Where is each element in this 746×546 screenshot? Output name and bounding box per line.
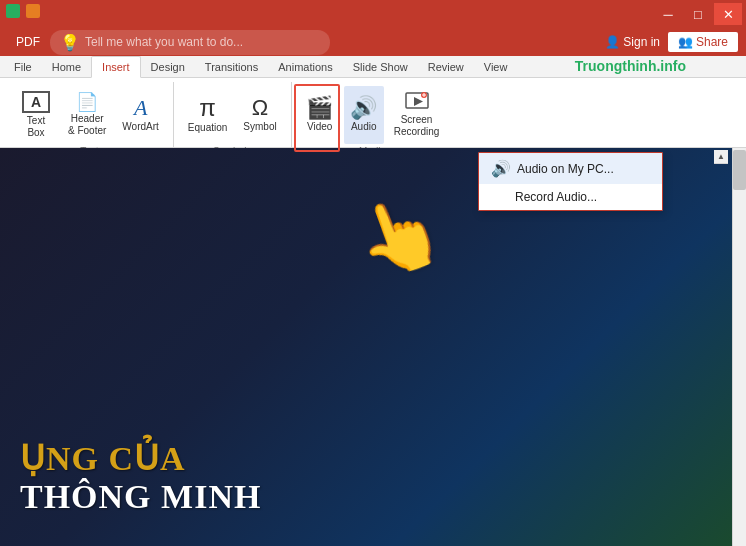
maximize-button[interactable]: □ <box>684 3 712 25</box>
symbol-label: Symbol <box>243 121 276 133</box>
close-button[interactable]: ✕ <box>714 3 742 25</box>
screen-recording-button[interactable]: ScreenRecording <box>388 86 446 144</box>
quick-bar: 💡 👤 Sign in 👥 Share <box>50 26 738 58</box>
text-group-buttons: A TextBox 📄 Header& Footer A WordArt <box>14 82 165 144</box>
tab-home[interactable]: Home <box>42 57 91 77</box>
window-controls: ─ □ ✕ <box>654 3 742 25</box>
text-box-icon: A <box>22 91 50 113</box>
screen-recording-label: ScreenRecording <box>394 114 440 138</box>
video-label: Video <box>307 121 332 133</box>
equation-icon: π <box>199 96 216 120</box>
screen-recording-icon <box>405 92 429 112</box>
minimize-button[interactable]: ─ <box>654 3 682 25</box>
text-box-button[interactable]: A TextBox <box>14 86 58 144</box>
screen-rec-svg <box>405 92 429 112</box>
slide-line1: ỤNG CỦA <box>20 438 702 478</box>
header-footer-icon: 📄 <box>76 93 98 111</box>
media-group-buttons: 🎬 Video 🔊 Audio <box>300 82 446 144</box>
text-box-label: TextBox <box>27 115 45 139</box>
title-bar: ─ □ ✕ <box>0 0 746 28</box>
sign-in-button[interactable]: 👤 Sign in <box>605 35 660 49</box>
tab-slideshow[interactable]: Slide Show <box>343 57 418 77</box>
tab-view[interactable]: View <box>474 57 518 77</box>
search-box[interactable]: 💡 <box>50 30 330 55</box>
header-footer-button[interactable]: 📄 Header& Footer <box>62 86 112 144</box>
search-input[interactable] <box>85 35 320 49</box>
tab-design[interactable]: Design <box>141 57 195 77</box>
header-footer-label: Header& Footer <box>68 113 106 137</box>
wordart-button[interactable]: A WordArt <box>116 86 165 144</box>
equation-label: Equation <box>188 122 227 134</box>
person-icon: 👤 <box>605 35 620 49</box>
ribbon-scroll-up[interactable]: ▲ <box>714 150 728 164</box>
video-icon: 🎬 <box>306 97 333 119</box>
menu-item-pdf[interactable]: PDF <box>8 32 48 52</box>
slide-line2: THÔNG MINH <box>20 478 702 516</box>
search-icon: 💡 <box>60 33 80 52</box>
tab-review[interactable]: Review <box>418 57 474 77</box>
menu-bar: PDF 💡 👤 Sign in 👥 Share <box>0 28 746 56</box>
wordart-label: WordArt <box>122 121 159 133</box>
symbols-group-buttons: π Equation Ω Symbol <box>182 82 283 144</box>
scrollbar-thumb[interactable] <box>733 150 746 190</box>
record-audio-label: Record Audio... <box>515 190 597 204</box>
video-button[interactable]: 🎬 Video <box>300 86 340 144</box>
tab-file[interactable]: File <box>4 57 42 77</box>
tab-transitions[interactable]: Transitions <box>195 57 268 77</box>
share-icon: 👥 <box>678 35 693 49</box>
right-scrollbar[interactable] <box>732 148 746 546</box>
icon-sq-2 <box>26 4 40 18</box>
sign-in-label: Sign in <box>623 35 660 49</box>
record-audio-item[interactable]: Record Audio... <box>479 184 662 210</box>
audio-on-pc-item[interactable]: 🔊 Audio on My PC... <box>479 153 662 184</box>
audio-on-pc-label: Audio on My PC... <box>517 162 614 176</box>
audio-on-pc-icon: 🔊 <box>491 159 511 178</box>
ribbon-tabs: File Home Insert Design Transitions Anim… <box>0 56 746 78</box>
icon-sq-1 <box>6 4 20 18</box>
audio-icon: 🔊 <box>350 97 377 119</box>
equation-button[interactable]: π Equation <box>182 86 233 144</box>
share-label: Share <box>696 35 728 49</box>
wordart-icon: A <box>134 97 147 119</box>
audio-label: Audio <box>351 121 377 133</box>
symbol-icon: Ω <box>252 97 268 119</box>
tab-animations[interactable]: Animations <box>268 57 342 77</box>
ribbon: File Home Insert Design Transitions Anim… <box>0 56 746 148</box>
share-button[interactable]: 👥 Share <box>668 32 738 52</box>
title-icon <box>6 4 40 18</box>
tab-insert[interactable]: Insert <box>91 56 141 78</box>
symbol-button[interactable]: Ω Symbol <box>237 86 282 144</box>
audio-dropdown-menu: 🔊 Audio on My PC... Record Audio... <box>478 152 663 211</box>
audio-button[interactable]: 🔊 Audio <box>344 86 384 144</box>
